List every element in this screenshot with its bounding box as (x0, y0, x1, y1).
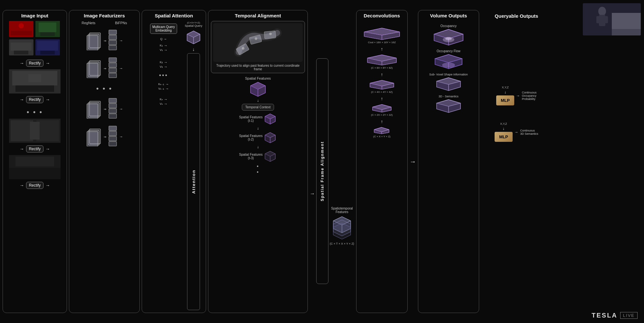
bottom-dots: •• (257, 163, 259, 175)
svg-rect-40 (109, 58, 117, 62)
spatial-query-cube (185, 29, 202, 45)
sub-voxel-cube (434, 77, 463, 92)
rectify-row-1: → Rectify → (19, 60, 51, 67)
deconv-label-2: (C × 8X × 8Y × 8Z) (371, 66, 393, 69)
svg-rect-9 (11, 31, 32, 35)
live-badge: LIVE (620, 312, 638, 319)
svg-rect-14 (11, 43, 32, 51)
svg-rect-22 (28, 74, 41, 82)
svg-rect-39 (87, 63, 98, 78)
k2-label: K₂ (160, 61, 163, 64)
kvn-group: Kₙ → Vₙ → (160, 97, 167, 106)
spatial-features-group: Spatial Features ↓ Temporal Context Spat… (211, 76, 305, 175)
spatial-attention-section: Spatial Attention Multicam Query Embeddi… (142, 10, 206, 313)
semantics-cube (434, 99, 463, 113)
tesla-label: TESLA (592, 312, 618, 319)
svg-rect-48 (109, 103, 117, 108)
cam-blue (35, 39, 60, 55)
svg-rect-32 (87, 35, 98, 50)
cam-gray (9, 39, 33, 55)
corner-thumbnail (583, 3, 641, 35)
svg-rect-50 (109, 114, 117, 118)
multicam-query-box: Multicam Query Embedding (150, 24, 177, 34)
mlp-row-2: X,Y,Z ↓ MLP → Continuous 3D Semantics (495, 122, 538, 142)
tesla-live-footer: TESLA LIVE (592, 312, 638, 319)
sf-t1-label: Spatial Features (t-1) (239, 115, 263, 122)
svg-rect-43 (109, 73, 117, 78)
rectify-btn-4[interactable]: Rectify (26, 182, 44, 189)
svg-rect-54 (109, 126, 117, 131)
spatial-attention-title: Spatial Attention (145, 13, 203, 18)
ctx-dim: (C × T × X × Y × Z) (330, 242, 354, 245)
sheets-stack-n (86, 127, 102, 146)
svg-point-67 (255, 37, 257, 40)
svg-point-116 (445, 37, 452, 40)
svg-rect-21 (15, 85, 54, 92)
queryable-title: Queryable Outputs (495, 13, 538, 19)
rectify-btn-2[interactable]: Rectify (26, 96, 44, 103)
cam-city1 (9, 119, 61, 143)
deconv-cube-2 (364, 54, 400, 66)
camera-grid-top (9, 21, 61, 56)
sub-voxel-vol: Sub- Voxel Shape Information (429, 73, 468, 92)
xyz-label-1: X,Y,Z (502, 86, 508, 89)
rectify-btn-3[interactable]: Rectify (26, 145, 44, 152)
svg-rect-34 (109, 35, 117, 40)
svg-rect-4 (605, 16, 608, 23)
deconv-box-3: (C × 4X × 4Y × 4Z) (367, 80, 396, 93)
deconv-cube-5 (373, 127, 391, 134)
rectify-btn-1[interactable]: Rectify (26, 60, 44, 67)
sub-voxel-label: Sub- Voxel Shape Information (429, 73, 468, 76)
sf-t2-label: Spatial Features (t-2) (239, 134, 263, 141)
deconv-label-3: (C × 4X × 4Y × 4Z) (371, 91, 393, 93)
cam-red (9, 21, 33, 37)
deconv-box-5: (C × X × Y × Z) (373, 127, 391, 138)
kv2-group: K₂ → V₂ → (160, 60, 167, 69)
sf-t3-row: Spatial Features (t-3) (239, 150, 277, 162)
kvn1-group: Kₙ₋₁ → Vₙ₋₁ → (158, 82, 169, 91)
rectify-row-3: → Rectify → (19, 145, 51, 152)
occ-flow-cube (432, 54, 465, 70)
rectify-row-2: → Rectify → (19, 96, 51, 103)
xyz-label-2: X,Y,Z (500, 122, 507, 125)
mlp-box-2: MLP (495, 132, 512, 142)
cam-street (9, 69, 61, 93)
svg-rect-24 (11, 120, 33, 141)
vn-label: Vₙ (160, 102, 163, 105)
dots-middle: • • • (5, 106, 64, 119)
svg-rect-35 (109, 40, 117, 45)
sf-t1-row: Spatial Features (t-1) (239, 113, 277, 125)
deconv-label-4: (C × 2X × 2Y × 2Z) (371, 113, 393, 116)
svg-point-1 (598, 7, 606, 16)
rectify-row-4: → Rectify → (19, 182, 51, 189)
temporal-title: Temporal Alignment (211, 13, 305, 18)
sfa-label: Spatial Frame Alignment (320, 141, 325, 201)
q-row: Q → (160, 37, 167, 41)
mlp-box-1: MLP (496, 95, 514, 105)
trajectory-box: Trajectory used to align past features t… (211, 21, 305, 73)
svg-rect-3 (596, 16, 600, 23)
volume-outputs-section: Volume Outputs Occupancy Occupancy Flow (418, 10, 479, 313)
sf-t3-label: Spatial Features (t-3) (239, 153, 263, 160)
deconv-box-4: (C × 2X × 2Y × 2Z) (371, 104, 393, 116)
svg-rect-12 (40, 32, 55, 36)
kn1-label: Kₙ₋₁ (158, 83, 164, 86)
svg-rect-6 (612, 29, 641, 35)
cam-green (35, 21, 60, 37)
attention-label: Attention (191, 170, 196, 194)
vol-title: Volume Outputs (421, 13, 476, 18)
sf-t1-cube (264, 113, 277, 125)
sf-t2-cube (264, 132, 277, 144)
cont-occ-label: Continuous Occupancy Probability (522, 91, 537, 101)
spatiotemporal-group: SpatiotemporalFeatures (C × T × X × Y × … (330, 207, 354, 245)
spatiotemporal-label: SpatiotemporalFeatures (331, 207, 353, 214)
triple-arrows-1: ⇒ (104, 39, 106, 43)
main-container: Image Input → Rectify → (0, 0, 644, 323)
svg-rect-17 (37, 41, 58, 51)
svg-rect-55 (109, 131, 117, 136)
arrow-feat-1: → (119, 38, 123, 43)
bifpn-n1 (108, 98, 117, 120)
svg-rect-49 (109, 109, 117, 113)
svg-rect-25 (36, 120, 59, 141)
vn1-label: Vₙ₋₁ (158, 87, 164, 90)
